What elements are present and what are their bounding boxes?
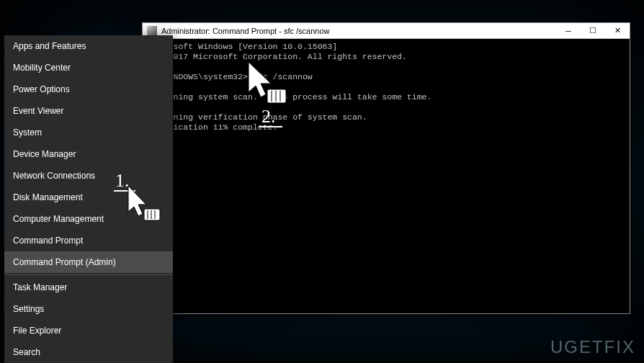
menu-item-disk-management[interactable]: Disk Management — [4, 187, 173, 208]
cmd-window-title: Administrator: Command Prompt - sfc /sca… — [161, 27, 556, 35]
menu-item-search[interactable]: Search — [4, 341, 173, 363]
menu-item-label: Mobility Center — [13, 63, 71, 73]
menu-item-settings[interactable]: Settings — [4, 298, 173, 320]
menu-item-label: Disk Management — [13, 192, 83, 202]
menu-item-command-prompt-admin[interactable]: Command Prompt (Admin) — [4, 251, 173, 273]
menu-item-device-manager[interactable]: Device Manager — [4, 143, 173, 165]
command-prompt-window: Administrator: Command Prompt - sfc /sca… — [142, 22, 630, 314]
menu-item-label: Command Prompt (Admin) — [13, 257, 116, 267]
menu-item-network-connections[interactable]: Network Connections — [4, 165, 173, 187]
menu-item-label: Network Connections — [13, 171, 95, 181]
menu-item-task-manager[interactable]: Task Manager — [4, 277, 173, 298]
menu-item-label: Settings — [13, 304, 44, 314]
cmd-icon — [147, 26, 157, 36]
menu-item-mobility-center[interactable]: Mobility Center — [4, 57, 173, 79]
menu-item-label: Event Viewer — [13, 106, 63, 116]
window-buttons: ─ ☐ ✕ — [556, 23, 630, 39]
menu-item-label: Search — [13, 347, 40, 357]
menu-item-label: Command Prompt — [13, 236, 83, 246]
menu-item-label: Device Manager — [13, 149, 76, 159]
menu-item-event-viewer[interactable]: Event Viewer — [4, 100, 173, 122]
menu-item-label: Power Options — [13, 84, 70, 94]
menu-item-label: Task Manager — [13, 282, 67, 292]
maximize-button[interactable]: ☐ — [581, 23, 605, 39]
menu-item-apps-and-features[interactable]: Apps and Features — [4, 35, 173, 57]
minimize-button[interactable]: ─ — [556, 23, 581, 39]
menu-separator — [4, 274, 173, 275]
menu-item-command-prompt[interactable]: Command Prompt — [4, 230, 173, 251]
menu-item-label: System — [13, 127, 42, 138]
menu-item-system[interactable]: System — [4, 122, 173, 143]
menu-item-label: Apps and Features — [13, 41, 86, 51]
menu-item-file-explorer[interactable]: File Explorer — [4, 320, 173, 341]
menu-item-power-options[interactable]: Power Options — [4, 79, 173, 100]
cmd-titlebar[interactable]: Administrator: Command Prompt - sfc /sca… — [143, 23, 630, 39]
watermark-text: UGETFIX — [550, 337, 635, 357]
menu-item-label: Computer Management — [13, 214, 104, 224]
close-button[interactable]: ✕ — [605, 23, 630, 39]
menu-item-label: File Explorer — [13, 326, 61, 336]
menu-item-computer-management[interactable]: Computer Management — [4, 208, 173, 230]
cmd-output[interactable]: Microsoft Windows [Version 10.0.15063] (… — [143, 39, 630, 313]
winx-context-menu: Apps and FeaturesMobility CenterPower Op… — [4, 35, 173, 363]
